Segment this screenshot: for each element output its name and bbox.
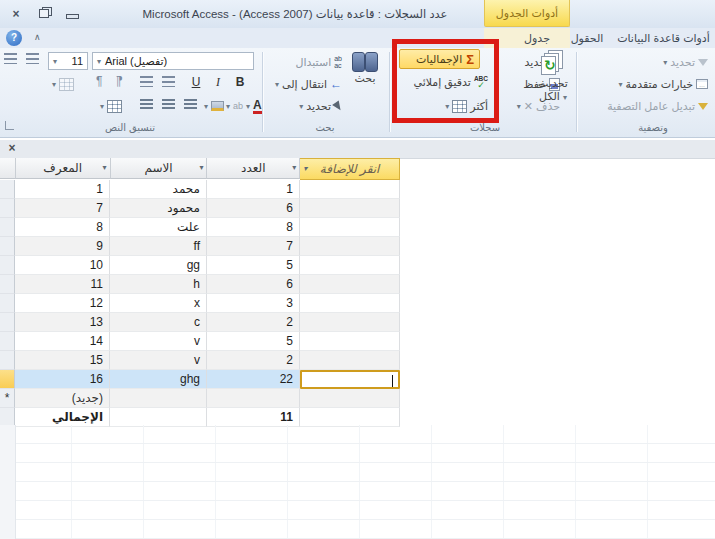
font-name-combo[interactable]: ▾ Arial (تفصيل) [92, 52, 254, 70]
new-record-cell-2[interactable] [207, 389, 300, 408]
cell-id[interactable]: 1 [15, 180, 110, 199]
column-header-1[interactable]: الاسم▾ [111, 158, 208, 179]
record-selector-header[interactable] [0, 158, 16, 179]
cell-id[interactable]: 14 [15, 332, 110, 351]
align-center-icon[interactable] [162, 99, 175, 110]
record-selector[interactable] [0, 237, 15, 256]
close-window-icon[interactable]: × [8, 8, 24, 21]
cell-count[interactable]: 1 [207, 180, 300, 199]
cell-id[interactable]: 12 [15, 294, 110, 313]
dialog-launcher-icon[interactable] [5, 121, 14, 130]
record-selector[interactable] [0, 275, 15, 294]
record-selector[interactable] [0, 370, 15, 389]
goto-button[interactable]: ▾ انتقال إلى ← [266, 75, 342, 93]
tab-database-tools[interactable]: أدوات قاعدة البيانات [612, 28, 715, 48]
record-selector[interactable] [0, 332, 15, 351]
cell-name[interactable]: v [110, 332, 207, 351]
cell-count[interactable]: 22 [207, 370, 300, 389]
cell-add[interactable] [300, 351, 400, 370]
paragraph-rtl-icon[interactable]: ¶ [116, 74, 122, 88]
column-header-3[interactable]: انقر للإضافة▾ [300, 158, 400, 180]
cell-name[interactable]: x [110, 294, 207, 313]
italic-button[interactable]: I [210, 74, 226, 90]
new-record-cell-0[interactable]: (جديد) [15, 389, 110, 408]
column-dropdown-icon[interactable]: ▾ [103, 163, 107, 172]
gridlines-button[interactable]: ▾ [100, 97, 122, 115]
cell-add[interactable] [300, 237, 400, 256]
cell-add[interactable] [300, 256, 400, 275]
record-selector[interactable] [0, 218, 15, 237]
cell-count[interactable]: 7 [207, 237, 300, 256]
font-size-combo[interactable]: ▾ 11 [48, 52, 88, 70]
cell-name[interactable]: محمد [110, 180, 207, 199]
underline-button[interactable]: U [188, 74, 204, 90]
tab-table[interactable]: جدول [512, 28, 562, 48]
find-button[interactable]: بحث [344, 52, 386, 85]
replace-button[interactable]: استبدال abac [266, 53, 342, 71]
cell-count[interactable]: 6 [207, 275, 300, 294]
cell-id[interactable]: 11 [15, 275, 110, 294]
chevron-down-icon[interactable]: ▾ [53, 57, 57, 66]
tab-fields[interactable]: الحقول [562, 28, 612, 48]
cell-add[interactable] [300, 370, 400, 389]
cell-count[interactable]: 6 [207, 199, 300, 218]
close-table-tab-icon[interactable]: × [5, 141, 19, 155]
new-record-cell-3[interactable] [300, 389, 400, 408]
cell-id[interactable]: 10 [15, 256, 110, 275]
font-color-button[interactable]: ▾A [246, 97, 262, 115]
cell-name[interactable]: h [110, 275, 207, 294]
record-selector[interactable] [0, 199, 15, 218]
restore-window-icon[interactable] [36, 8, 52, 21]
numbered-list-icon[interactable] [4, 53, 17, 64]
record-selector[interactable] [0, 256, 15, 275]
cell-id[interactable]: 9 [15, 237, 110, 256]
new-record-cell-1[interactable] [110, 389, 207, 408]
cell-name[interactable]: c [110, 313, 207, 332]
column-header-2[interactable]: العدد▾ [207, 158, 300, 179]
cell-name[interactable]: v [110, 351, 207, 370]
decrease-indent-icon[interactable] [140, 76, 153, 87]
cell-count[interactable]: 5 [207, 256, 300, 275]
cell-id[interactable]: 7 [15, 199, 110, 218]
cell-add[interactable] [300, 294, 400, 313]
refresh-all-button[interactable]: ↻ تحديث الكل ▾ [530, 50, 576, 103]
cell-id[interactable]: 16 [15, 370, 110, 389]
increase-indent-icon[interactable] [162, 76, 175, 87]
cell-id[interactable]: 15 [15, 351, 110, 370]
bullet-list-icon[interactable] [26, 53, 39, 64]
record-selector[interactable] [0, 351, 15, 370]
column-dropdown-icon[interactable]: ▾ [292, 163, 296, 172]
cell-count[interactable]: 2 [207, 313, 300, 332]
cell-name[interactable]: ghg [110, 370, 207, 389]
column-header-0[interactable]: المعرف▾ [16, 158, 111, 179]
cell-name[interactable]: ff [110, 237, 207, 256]
cell-add[interactable] [300, 180, 400, 199]
help-icon[interactable]: ? [6, 30, 22, 46]
cell-name[interactable]: gg [110, 256, 207, 275]
minimize-window-icon[interactable] [64, 8, 80, 21]
cell-add[interactable] [300, 199, 400, 218]
cell-count[interactable]: 8 [207, 218, 300, 237]
cell-id[interactable]: 8 [15, 218, 110, 237]
advanced-filter-button[interactable]: ▾ خيارات متقدمة … [596, 75, 708, 93]
column-dropdown-icon[interactable]: ▾ [199, 163, 203, 172]
chevron-down-icon[interactable]: ▾ [97, 57, 101, 66]
cell-add[interactable] [300, 313, 400, 332]
cell-count[interactable]: 3 [207, 294, 300, 313]
more-button[interactable]: ▾ أكثر [432, 97, 488, 115]
spelling-button[interactable]: تدقيق إملائي ABC✓ [394, 73, 488, 91]
cell-add[interactable] [300, 275, 400, 294]
collapse-ribbon-icon[interactable]: ∧ [34, 32, 41, 42]
cell-add[interactable] [300, 332, 400, 351]
fill-color-button[interactable]: ▾ [204, 97, 224, 115]
cell-name[interactable]: محمود [110, 199, 207, 218]
column-dropdown-icon[interactable]: ▾ [303, 164, 307, 173]
record-selector[interactable] [0, 294, 15, 313]
cell-add[interactable] [300, 218, 400, 237]
totals-button[interactable]: الإجماليات Σ [399, 49, 480, 69]
new-record-selector[interactable]: * [0, 389, 15, 408]
cell-id[interactable]: 13 [15, 313, 110, 332]
paragraph-ltr-icon[interactable]: ¶ [96, 74, 102, 88]
cell-count[interactable]: 2 [207, 351, 300, 370]
align-left-icon[interactable] [184, 99, 197, 110]
